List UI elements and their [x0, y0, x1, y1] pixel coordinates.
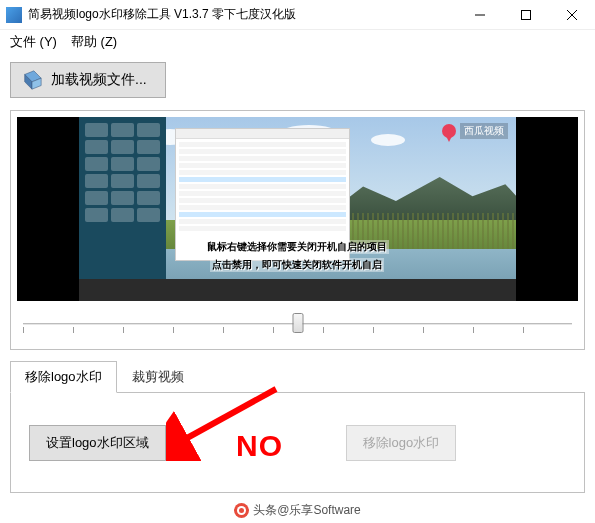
attribution-text: 头条@乐享Software	[253, 502, 361, 519]
video-frame: 西瓜视频 鼠标右键选择你需要关闭开机自启的项目 点击禁用，即可快速关闭软件开机自…	[79, 117, 517, 301]
minimize-button[interactable]	[457, 0, 503, 30]
video-subtitle: 鼠标右键选择你需要关闭开机自启的项目 点击禁用，即可快速关闭软件开机自启	[131, 236, 464, 272]
video-watermark: 西瓜视频	[442, 123, 508, 139]
preview-panel: 西瓜视频 鼠标右键选择你需要关闭开机自启的项目 点击禁用，即可快速关闭软件开机自…	[10, 110, 585, 350]
svg-rect-1	[522, 10, 531, 19]
set-watermark-area-button[interactable]: 设置logo水印区域	[29, 425, 166, 461]
maximize-button[interactable]	[503, 0, 549, 30]
tab-crop-video[interactable]: 裁剪视频	[117, 361, 199, 393]
watermark-text: 西瓜视频	[460, 123, 508, 139]
window-controls	[457, 0, 595, 30]
video-preview[interactable]: 西瓜视频 鼠标右键选择你需要关闭开机自启的项目 点击禁用，即可快速关闭软件开机自…	[17, 117, 578, 301]
close-button[interactable]	[549, 0, 595, 30]
load-file-icon	[21, 69, 43, 91]
menu-file[interactable]: 文件 (Y)	[10, 33, 57, 51]
remove-watermark-button: 移除logo水印	[346, 425, 457, 461]
annotation-no-text: NO	[236, 429, 283, 463]
window-title: 简易视频logo水印移除工具 V1.3.7 零下七度汉化版	[28, 6, 457, 23]
timeline-slider[interactable]	[17, 313, 578, 343]
tab-bar: 移除logo水印 裁剪视频	[10, 360, 585, 393]
attribution: 头条@乐享Software	[0, 502, 595, 519]
tab-remove-watermark[interactable]: 移除logo水印	[10, 361, 117, 393]
load-video-label: 加载视频文件...	[51, 71, 147, 89]
menu-help[interactable]: 帮助 (Z)	[71, 33, 117, 51]
load-video-button[interactable]: 加载视频文件...	[10, 62, 166, 98]
tab-content: 设置logo水印区域 移除logo水印 NO	[10, 393, 585, 493]
slider-thumb[interactable]	[292, 313, 303, 333]
attribution-logo-icon	[234, 503, 249, 518]
title-bar: 简易视频logo水印移除工具 V1.3.7 零下七度汉化版	[0, 0, 595, 30]
menu-bar: 文件 (Y) 帮助 (Z)	[0, 30, 595, 54]
watermark-pin-icon	[442, 124, 456, 138]
app-icon	[6, 7, 22, 23]
